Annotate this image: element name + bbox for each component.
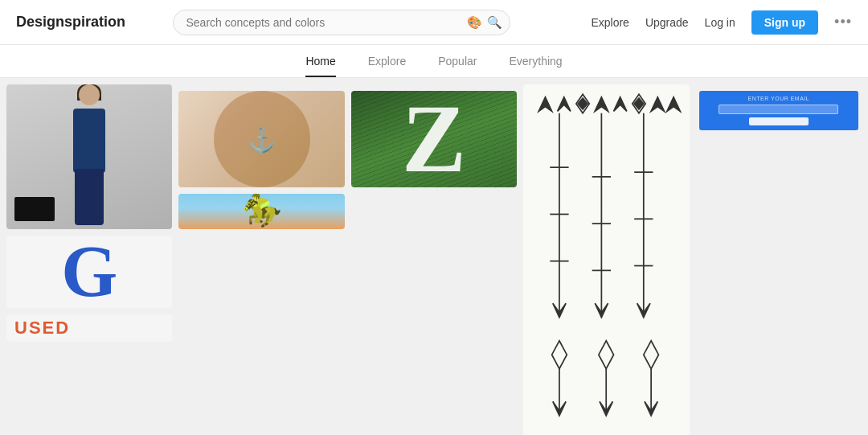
signup-button[interactable]: Sign up xyxy=(751,10,818,35)
email-input-mock xyxy=(719,105,838,114)
svg-marker-9 xyxy=(667,97,680,111)
tab-popular[interactable]: Popular xyxy=(438,45,477,77)
svg-marker-34 xyxy=(552,341,567,369)
svg-marker-1 xyxy=(558,97,571,111)
list-item[interactable] xyxy=(6,84,172,229)
column-5: 🚗 enter your email xyxy=(696,84,862,435)
logo: Designspiration xyxy=(16,14,125,31)
nav-upgrade[interactable]: Upgrade xyxy=(645,16,689,29)
nav-explore[interactable]: Explore xyxy=(591,16,628,29)
horse-silhouette: 🏇 xyxy=(242,194,282,226)
list-item[interactable]: 🏇 xyxy=(178,194,344,229)
tattoo-art: ⚓ xyxy=(247,125,276,154)
g-logo: G xyxy=(61,236,117,308)
svg-marker-0 xyxy=(539,97,552,111)
search-bar[interactable]: 🎨 🔍 xyxy=(173,10,510,35)
tab-explore[interactable]: Explore xyxy=(368,45,406,77)
more-menu-button[interactable]: ••• xyxy=(834,14,852,31)
header-nav: Explore Upgrade Log in Sign up ••• xyxy=(591,10,852,35)
svg-marker-5 xyxy=(614,97,627,111)
tab-home[interactable]: Home xyxy=(305,45,335,77)
column-2: ⚓ 🏇 xyxy=(178,84,344,435)
list-item[interactable]: ⚓ xyxy=(178,91,344,187)
search-icon-group: 🎨 🔍 xyxy=(467,15,502,30)
svg-marker-37 xyxy=(599,341,614,369)
svg-marker-8 xyxy=(651,97,664,111)
header: Designspiration 🎨 🔍 Explore Upgrade Log … xyxy=(0,0,868,45)
design-bottom: enter your email xyxy=(699,91,858,130)
svg-marker-4 xyxy=(595,97,608,111)
login-button[interactable]: Log in xyxy=(705,16,735,29)
search-input[interactable] xyxy=(173,10,510,35)
search-icon[interactable]: 🔍 xyxy=(487,15,502,30)
list-item[interactable]: 🚗 enter your email xyxy=(696,84,862,133)
main-nav: Home Explore Popular Everything xyxy=(0,45,868,78)
masonry-grid: G USED ⚓ xyxy=(0,78,868,435)
column-4 xyxy=(523,84,689,435)
email-btn-mock xyxy=(749,117,809,125)
arm: ⚓ xyxy=(214,91,310,187)
column-3: Brillo Z xyxy=(351,84,517,435)
list-item[interactable]: USED xyxy=(6,314,172,342)
list-item[interactable]: G xyxy=(6,236,172,308)
z-letter: Z xyxy=(402,91,466,187)
email-label: enter your email xyxy=(747,96,809,101)
list-item[interactable]: Z xyxy=(351,91,517,187)
tab-everything[interactable]: Everything xyxy=(509,45,562,77)
used-text: USED xyxy=(14,318,70,339)
palette-icon[interactable]: 🎨 xyxy=(467,15,482,30)
list-item[interactable] xyxy=(523,84,689,435)
column-1: G USED xyxy=(6,84,172,435)
svg-marker-40 xyxy=(644,341,659,369)
arrows-svg xyxy=(531,92,681,435)
